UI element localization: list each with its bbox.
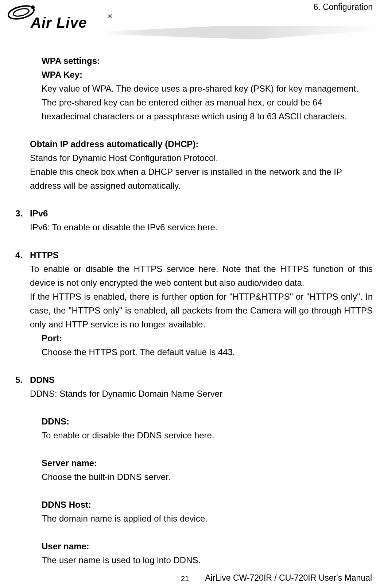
section-3-number: 3.	[15, 207, 30, 220]
section-4-p2: If the HTTPS is enabled, there is furthe…	[30, 290, 373, 331]
wpa-settings-heading: WPA settings:	[42, 54, 373, 68]
ddns-heading: DDNS:	[42, 415, 373, 428]
section-5-text: DDNS: Stands for Dynamic Domain Name Ser…	[30, 387, 373, 401]
section-5-heading: DDNS	[30, 375, 55, 385]
wpa-key-heading: WPA Key:	[42, 68, 373, 82]
server-name-heading: Server name:	[42, 456, 373, 470]
dhcp-heading: Obtain IP address automatically (DHCP):	[30, 137, 373, 151]
section-5-number: 5.	[15, 373, 30, 387]
section-3-heading: IPv6	[30, 208, 48, 218]
header-swoosh	[102, 26, 380, 39]
dhcp-line2: Enable this check box when a DHCP server…	[30, 165, 373, 193]
section-4-p1: To enable or disable the HTTPS service h…	[30, 262, 373, 290]
footer-text: AirLive CW-720IR / CU-720IR User's Manua…	[205, 573, 372, 583]
page-number: 21	[181, 574, 189, 583]
section-5: 5.DDNS	[15, 373, 373, 387]
port-heading: Port:	[42, 331, 373, 345]
header-section-label: 6. Configuration	[314, 2, 373, 12]
dhcp-line1: Stands for Dynamic Host Configuration Pr…	[30, 151, 373, 165]
port-text: Choose the HTTPS port. The default value…	[42, 345, 373, 359]
ddns-text: To enable or disable the DDNS service he…	[42, 428, 373, 442]
section-4: 4.HTTPS	[15, 248, 373, 262]
svg-point-2	[31, 5, 35, 9]
ddns-host-heading: DDNS Host:	[42, 498, 373, 512]
logo-text: Air Live	[31, 15, 87, 31]
section-4-heading: HTTPS	[30, 250, 59, 260]
logo-registered-icon: ®	[108, 13, 112, 20]
airlive-logo: Air Live ®	[7, 2, 112, 34]
ddns-host-text: The domain name is applied of this devic…	[42, 512, 373, 526]
server-name-text: Choose the built-in DDNS server.	[42, 470, 373, 484]
wpa-key-desc: Key value of WPA. The device uses a pre-…	[42, 82, 373, 123]
section-4-number: 4.	[15, 248, 30, 262]
user-name-heading: User name:	[42, 539, 373, 553]
page-content: WPA settings: WPA Key: Key value of WPA.…	[15, 54, 373, 567]
section-3: 3.IPv6	[15, 207, 373, 220]
section-3-text: IPv6: To enable or disable the IPv6 serv…	[30, 220, 373, 234]
user-name-text: The user name is used to log into DDNS.	[42, 553, 373, 567]
